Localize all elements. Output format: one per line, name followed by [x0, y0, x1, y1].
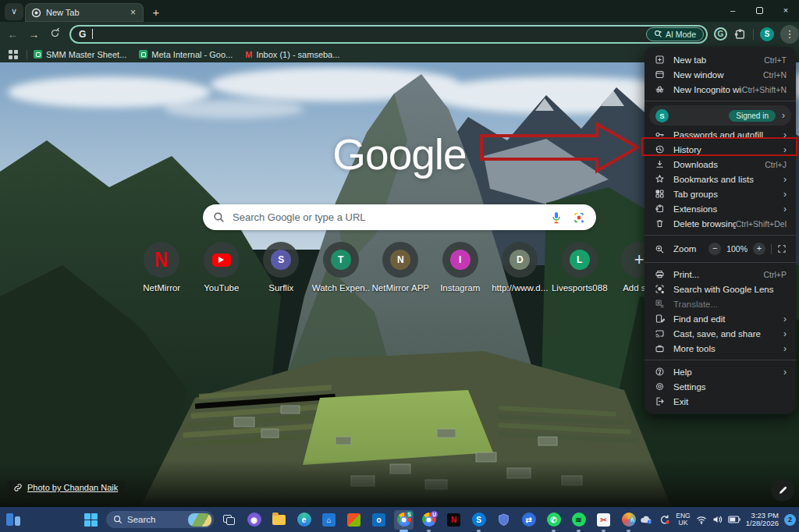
sync-app-button[interactable]: ⇄: [519, 510, 538, 530]
chat-app-button[interactable]: ◉: [244, 510, 264, 530]
onedrive-cloud-icon[interactable]: i: [640, 515, 653, 524]
chevron-right-icon: ›: [782, 110, 785, 121]
menu-item-new-incognito-window[interactable]: New Incognito window Ctrl+Shift+N: [645, 82, 796, 97]
voice-search-icon[interactable]: [551, 211, 562, 224]
minimize-button[interactable]: –: [719, 0, 746, 20]
store-icon: ⌂: [322, 513, 336, 527]
menu-item-settings[interactable]: Settings: [645, 379, 796, 394]
chevron-right-icon: ›: [783, 189, 787, 200]
extensions-puzzle-button[interactable]: [733, 27, 747, 41]
language-indicator[interactable]: ENGUK: [676, 512, 690, 527]
chevron-right-icon: ›: [783, 328, 787, 339]
chevron-down-icon: ∨: [11, 6, 17, 16]
taskbar-clock[interactable]: 3:23 PM1/28/2026: [746, 512, 779, 528]
photos-app-button[interactable]: [344, 510, 364, 530]
back-button[interactable]: ←: [5, 25, 21, 44]
profile-badge: S: [406, 511, 413, 518]
customize-chrome-button[interactable]: [771, 478, 794, 502]
shortcut-http-www-d[interactable]: D http://www.d...: [490, 242, 550, 293]
shortcut-netmirror-app[interactable]: N NetMirror APP: [371, 242, 431, 293]
notification-count-badge[interactable]: 2: [784, 514, 796, 526]
zoom-out-button[interactable]: −: [708, 243, 721, 255]
menu-account-row[interactable]: S Signed in ›: [649, 105, 791, 126]
wifi-icon[interactable]: [696, 516, 707, 524]
google-lens-icon[interactable]: [573, 211, 585, 224]
new-tab-button[interactable]: +: [147, 2, 165, 21]
shortcut-netmirror[interactable]: N NetMirror: [132, 242, 192, 293]
screen: ∨ New Tab × + – × ← → G: [0, 0, 799, 532]
signed-in-badge[interactable]: Signed in: [729, 110, 776, 122]
taskbar-search-box[interactable]: Search: [106, 511, 214, 528]
address-bar[interactable]: G AI Mode: [69, 25, 708, 44]
lens-icon: [654, 284, 665, 294]
menu-item-bookmarks-and-lists[interactable]: Bookmarks and lists ›: [645, 172, 796, 186]
bookmark-label: Meta Internal - Goo...: [151, 50, 233, 59]
reload-icon: [50, 28, 60, 38]
menu-item-delete-browsing-data[interactable]: Delete browsing data... Ctrl+Shift+Del: [645, 216, 796, 231]
grammarly-extension-icon[interactable]: G: [714, 27, 727, 41]
snipping-tool-button[interactable]: ✂: [594, 510, 613, 530]
battery-icon[interactable]: [728, 516, 740, 523]
shortcut-youtube[interactable]: YouTube: [192, 242, 252, 293]
profile-avatar[interactable]: S: [760, 27, 774, 41]
forward-button[interactable]: →: [26, 25, 42, 44]
tray-overflow-button[interactable]: ∧: [630, 516, 635, 523]
reload-button[interactable]: [47, 25, 63, 44]
widgets-button[interactable]: [6, 513, 20, 526]
menu-item-help[interactable]: Help ›: [645, 364, 796, 379]
menu-item-exit[interactable]: Exit: [645, 394, 796, 409]
close-window-button[interactable]: ×: [772, 0, 799, 20]
defender-button[interactable]: [494, 510, 513, 530]
chevron-right-icon: ›: [783, 314, 787, 325]
bookmark-inbox[interactable]: M Inbox (1) - samseba...: [245, 50, 339, 59]
tab-close-icon[interactable]: ×: [127, 7, 139, 19]
ntp-search-box[interactable]: Search Google or type a URL: [203, 204, 596, 230]
file-explorer-button[interactable]: [269, 510, 289, 530]
toolbar-divider: [753, 29, 754, 40]
bookmark-meta-internal[interactable]: Meta Internal - Goo...: [139, 50, 233, 59]
zoom-in-button[interactable]: +: [753, 243, 765, 255]
red-arrow-annotation: [478, 117, 643, 178]
menu-item-more-tools[interactable]: More tools ›: [645, 341, 796, 356]
translate-icon: [654, 299, 665, 309]
outlook-button[interactable]: o: [369, 510, 389, 530]
shortcut-livesports088[interactable]: L Livesports088: [550, 242, 610, 293]
menu-item-search-with-google-lens[interactable]: Search with Google Lens: [645, 282, 796, 296]
menu-item-new-window[interactable]: New window Ctrl+N: [645, 67, 796, 82]
maximize-button[interactable]: [746, 0, 772, 20]
task-view-button[interactable]: [219, 510, 239, 530]
sync-status-icon[interactable]: [659, 514, 670, 525]
menu-item-print[interactable]: Print... Ctrl+P: [645, 267, 796, 282]
shortcut-surflix[interactable]: S Surflix: [251, 242, 311, 293]
shortcut-instagram[interactable]: I Instagram: [431, 242, 491, 293]
menu-item-extensions[interactable]: Extensions ›: [645, 201, 796, 216]
edge-button[interactable]: e: [294, 510, 314, 530]
menu-item-tab-groups[interactable]: Tab groups ›: [645, 186, 796, 201]
ai-mode-button[interactable]: AI Mode: [646, 27, 704, 41]
fullscreen-button[interactable]: [777, 244, 787, 254]
menu-item-cast-save-share[interactable]: Cast, save, and share ›: [645, 326, 796, 341]
netmirror-app-button[interactable]: N: [444, 510, 463, 530]
skype-button[interactable]: S: [469, 510, 488, 530]
chevron-right-icon: ›: [783, 174, 787, 185]
chrome-profile1-button[interactable]: S: [394, 510, 414, 530]
whatsapp-button[interactable]: ✆: [544, 510, 563, 530]
photo-credit-link[interactable]: Photo by Chandan Naik: [6, 481, 125, 495]
menu-item-find-and-edit[interactable]: Find and edit ›: [645, 311, 796, 326]
volume-icon[interactable]: [712, 515, 723, 524]
search-icon: [113, 515, 123, 524]
tab-search-button[interactable]: ∨: [5, 3, 23, 20]
menu-button[interactable]: ⋮: [780, 25, 799, 44]
start-button[interactable]: [81, 510, 101, 530]
microsoft-store-button[interactable]: ⌂: [319, 510, 339, 530]
apps-grid-icon[interactable]: [8, 49, 19, 60]
menu-item-translate: Translate...: [645, 296, 796, 311]
bookmark-smm-master-sheet[interactable]: SMM Master Sheet...: [34, 50, 126, 59]
tab-new-tab[interactable]: New Tab ×: [25, 3, 144, 22]
menu-item-new-tab[interactable]: New tab Ctrl+T: [645, 52, 796, 67]
chrome-profile2-button[interactable]: U: [419, 510, 439, 530]
link-icon: [13, 483, 23, 492]
menu-item-downloads[interactable]: Downloads Ctrl+J: [645, 157, 796, 172]
shortcut-watch-expen[interactable]: T Watch Expen...: [311, 242, 371, 293]
spotify-button[interactable]: ≋: [569, 510, 588, 530]
